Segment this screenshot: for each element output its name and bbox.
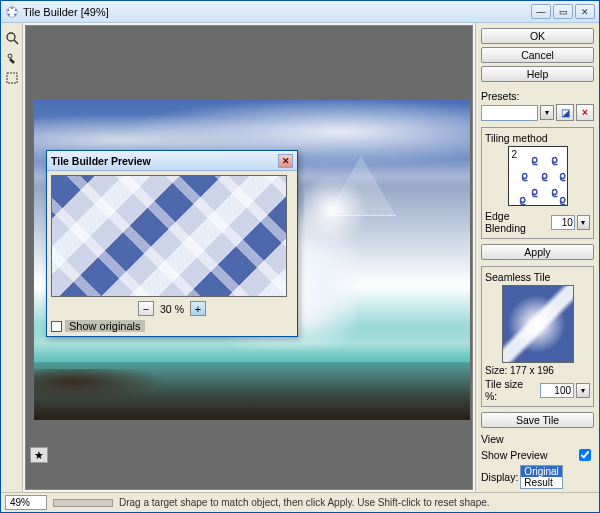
zoom-tool[interactable] [3, 29, 21, 47]
edge-blending-input[interactable] [551, 215, 575, 230]
ok-button[interactable]: OK [481, 28, 594, 44]
selection-icon [5, 71, 19, 85]
tiling-method-label: Tiling method [485, 132, 590, 144]
status-hint: Drag a target shape to match object, the… [119, 497, 490, 508]
display-option-original[interactable]: Original [521, 466, 561, 477]
svg-point-4 [8, 13, 10, 15]
preview-zoom-value: 30 % [160, 303, 184, 315]
titlebar[interactable]: Tile Builder [49%] — ▭ ✕ [1, 1, 599, 23]
canvas-content[interactable]: Tile Builder Preview ✕ − 30 % [26, 26, 472, 489]
status-bar: 49% Drag a target shape to match object,… [1, 492, 599, 512]
svg-rect-9 [7, 73, 17, 83]
chevron-down-icon: ▾ [581, 218, 585, 227]
tile-size-stepper[interactable]: ▾ [576, 383, 590, 398]
window-title: Tile Builder [49%] [23, 6, 531, 18]
plus-icon: + [195, 303, 201, 315]
delete-x-icon: × [582, 107, 588, 118]
preview-dialog-titlebar[interactable]: Tile Builder Preview ✕ [47, 151, 297, 171]
svg-point-1 [11, 7, 13, 9]
tool-palette [1, 23, 23, 492]
show-preview-label: Show Preview [481, 449, 548, 461]
selection-tool[interactable] [3, 69, 21, 87]
cancel-button[interactable]: Cancel [481, 47, 594, 63]
edge-blending-label: Edge Blending [485, 210, 549, 234]
view-label: View [481, 433, 594, 445]
canvas-area: Tile Builder Preview ✕ − 30 % [25, 25, 473, 490]
show-originals-label: Show originals [65, 320, 145, 332]
preview-title: Tile Builder Preview [51, 155, 151, 167]
tiling-method-number: 2 [512, 149, 518, 160]
zoom-out-button[interactable]: − [138, 301, 154, 316]
svg-point-8 [8, 54, 12, 58]
svg-point-3 [14, 13, 16, 15]
presets-dropdown-button[interactable]: ▾ [540, 105, 554, 120]
svg-point-2 [15, 9, 17, 11]
edge-blending-stepper[interactable]: ▾ [577, 215, 590, 230]
tiling-method-thumb[interactable]: 2 ϱ ϱ ϱ ϱ ϱ ϱ ϱ ϱ ϱ [508, 146, 568, 206]
pan-icon [5, 51, 19, 65]
controls-panel: OK Cancel Help Presets: ▾ ◪ × Tiling met… [475, 23, 599, 492]
apply-button[interactable]: Apply [481, 244, 594, 260]
pan-tool[interactable] [3, 49, 21, 67]
zoom-value[interactable]: 49% [5, 495, 47, 510]
favorites-button[interactable]: ★ [30, 447, 48, 463]
presets-select[interactable] [481, 105, 538, 121]
close-icon: ✕ [282, 156, 290, 166]
delete-preset-button[interactable]: × [576, 104, 594, 121]
help-button[interactable]: Help [481, 66, 594, 82]
tile-size-label: Tile size %: [485, 378, 538, 402]
close-button[interactable]: ✕ [575, 4, 595, 19]
app-icon [5, 5, 19, 19]
minus-icon: − [143, 303, 149, 315]
presets-label: Presets: [481, 90, 594, 102]
seamless-tile-label: Seamless Tile [485, 271, 590, 283]
seamless-tile-preview[interactable] [502, 285, 574, 363]
magnifier-icon [5, 31, 19, 45]
star-icon: ★ [34, 449, 44, 462]
display-select[interactable]: Original Result [520, 465, 562, 489]
show-preview-checkbox[interactable] [579, 449, 591, 461]
minimize-button[interactable]: — [531, 4, 551, 19]
display-option-result[interactable]: Result [521, 477, 561, 488]
tile-size-info: Size: 177 x 196 [485, 365, 590, 376]
chevron-down-icon: ▾ [545, 108, 549, 117]
svg-point-6 [7, 33, 15, 41]
disk-icon: ◪ [561, 107, 570, 118]
maximize-button[interactable]: ▭ [553, 4, 573, 19]
show-originals-checkbox[interactable] [51, 321, 62, 332]
zoom-slider[interactable] [53, 499, 113, 507]
preview-canvas[interactable] [51, 175, 287, 297]
svg-line-7 [14, 40, 18, 44]
preview-close-button[interactable]: ✕ [278, 154, 293, 168]
display-label: Display: [481, 471, 518, 483]
zoom-in-button[interactable]: + [190, 301, 206, 316]
save-tile-button[interactable]: Save Tile [481, 412, 594, 428]
save-preset-button[interactable]: ◪ [556, 104, 574, 121]
chevron-down-icon: ▾ [581, 386, 585, 395]
tile-size-input[interactable] [540, 383, 574, 398]
svg-point-5 [7, 9, 9, 11]
preview-dialog[interactable]: Tile Builder Preview ✕ − 30 % [46, 150, 298, 337]
